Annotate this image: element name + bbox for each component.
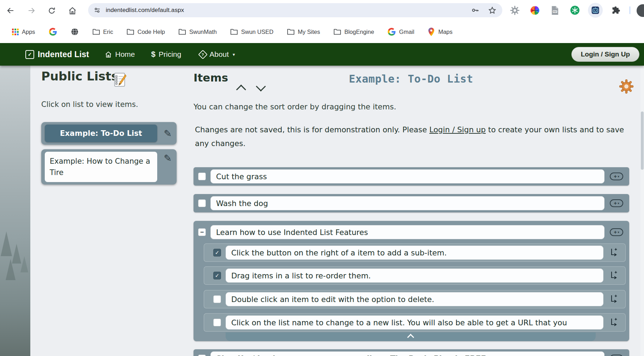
folder-icon (92, 28, 100, 35)
public-list-card: Example: To-Do List ✎ (41, 122, 177, 145)
item-text-input[interactable]: Cut the grass (210, 169, 605, 183)
add-subitem-pill-button[interactable]: +▾ (610, 355, 623, 356)
item-checkbox[interactable] (198, 199, 206, 207)
forward-button[interactable] (25, 5, 37, 17)
page-scrollbar[interactable] (640, 66, 644, 356)
bookmark-star-icon[interactable] (488, 6, 497, 15)
brand[interactable]: ✓ Indented List (25, 50, 89, 59)
bookmark-google[interactable] (44, 25, 62, 38)
bookmark-folder-swunmath[interactable]: SwunMath (173, 26, 222, 37)
add-nested-subitem-button[interactable] (608, 270, 619, 281)
svg-text:PDF: PDF (553, 10, 557, 12)
collapse-all-chevron-up-icon[interactable] (236, 85, 247, 92)
nav-link-pricing[interactable]: $ Pricing (151, 50, 181, 59)
add-subitem-pill-button[interactable]: +▾ (610, 173, 623, 180)
item-text-input[interactable]: Drag items in a list to re-order them. (226, 268, 603, 283)
item-text-input[interactable]: Wash the dog (210, 196, 605, 210)
list-button-todo[interactable]: Example: To-Do List (45, 125, 157, 142)
collapse-group-bar[interactable] (226, 332, 596, 341)
scrollbar-thumb[interactable] (641, 111, 644, 170)
public-lists-hint: Click on list to view items. (41, 100, 138, 109)
about-question-icon: ? (198, 50, 208, 59)
back-button[interactable] (5, 5, 17, 17)
add-subitem-pill-button[interactable]: +▾ (610, 199, 623, 207)
google-g-icon (49, 28, 57, 36)
collapse-minus-checkbox[interactable]: − (198, 228, 206, 236)
apps-grid-icon (12, 29, 19, 35)
bookmark-globe[interactable] (66, 25, 84, 38)
sub-item-arrow-plus-icon (609, 270, 619, 281)
folder-icon (127, 28, 134, 35)
add-nested-subitem-button[interactable] (608, 247, 619, 258)
google-g-icon (387, 28, 396, 36)
public-lists-title: Public Lists (41, 69, 118, 83)
bookmark-gmail[interactable]: Gmail (382, 25, 419, 38)
home-button[interactable] (66, 5, 78, 17)
public-list-card: Example: How to Change a Tire ✎ (41, 149, 177, 185)
expand-all-chevron-down-icon[interactable] (256, 85, 266, 92)
address-bar[interactable]: indentedlist.com/default.aspx (88, 3, 502, 17)
maps-pin-icon (428, 27, 435, 37)
page-background: Public Lists Click on list to view items… (0, 66, 644, 356)
memo-pencil-icon (113, 72, 128, 89)
sub-item-row: Double click an item to edit with the op… (204, 290, 626, 308)
nav-link-about[interactable]: ? About ▾ (200, 50, 235, 59)
folder-icon (287, 28, 295, 35)
item-checkbox-checked[interactable]: ✓ (213, 249, 221, 257)
item-checkbox[interactable] (198, 173, 206, 180)
item-text-input[interactable]: Click the button on the right of a item … (226, 246, 603, 260)
sub-item-row: Click on the list name to change to a ne… (204, 313, 626, 332)
bookmark-apps[interactable]: Apps (7, 26, 40, 37)
site-info-tune-icon[interactable] (94, 7, 101, 14)
password-key-icon[interactable] (471, 6, 479, 14)
reload-icon (48, 6, 56, 15)
forward-arrow-icon (27, 6, 36, 15)
folder-icon (333, 28, 341, 35)
bookmark-folder-swun-used[interactable]: Swun USED (225, 26, 278, 37)
folder-icon (230, 28, 238, 35)
login-signup-link[interactable]: Login / Sign up (429, 125, 486, 134)
reload-button[interactable] (46, 5, 58, 17)
profile-avatar[interactable] (637, 4, 644, 17)
folder-icon (178, 28, 186, 35)
demo-notice: Changes are not saved, this is for demon… (195, 123, 627, 150)
extension-robot-icon[interactable] (588, 3, 603, 18)
sub-item-row: ✓ Click the button on the right of a ite… (204, 243, 626, 262)
add-nested-subitem-button[interactable] (608, 317, 619, 328)
settings-gear-icon[interactable] (619, 79, 634, 95)
sub-item-arrow-plus-icon (609, 317, 619, 328)
bookmark-folder-my-sites[interactable]: My Sites (282, 26, 325, 37)
bookmark-folder-blogengine[interactable]: BlogEngine (329, 26, 379, 37)
sub-item-arrow-plus-icon (609, 294, 619, 304)
bookmark-maps[interactable]: Maps (423, 25, 457, 39)
item-text-input[interactable]: Double click an item to edit with the op… (226, 292, 603, 306)
login-signup-button[interactable]: Login / Sign Up (571, 47, 639, 62)
edit-pencil-icon[interactable]: ✎ (164, 128, 172, 139)
forest-tree-silhouette (20, 256, 28, 272)
item-text-input[interactable]: Sign Up / Login to create your own lists… (210, 351, 605, 356)
item-text-input[interactable]: Learn how to use Indented List Features (210, 225, 605, 239)
list-button-change-tire[interactable]: Example: How to Change a Tire (45, 152, 157, 182)
add-nested-subitem-button[interactable] (608, 294, 619, 304)
item-text-input[interactable]: Click on the list name to change to a ne… (226, 315, 603, 330)
add-subitem-pill-button[interactable]: +▾ (610, 228, 623, 236)
forest-tree-silhouette (6, 259, 16, 280)
globe-icon (70, 28, 79, 36)
extension-chatgpt-icon[interactable] (568, 0, 582, 20)
list-item-row: Sign Up / Login to create your own lists… (194, 349, 629, 356)
extension-pdf-icon[interactable]: PDF (548, 0, 562, 20)
edit-pencil-icon[interactable]: ✎ (164, 153, 172, 164)
home-icon (105, 51, 112, 58)
item-checkbox-checked[interactable]: ✓ (213, 272, 221, 279)
dollar-icon: $ (151, 50, 155, 59)
extension-gear-icon[interactable] (508, 0, 522, 20)
item-checkbox[interactable] (213, 319, 221, 326)
bookmark-folder-code-help[interactable]: Code Help (122, 26, 170, 37)
extensions-puzzle-icon[interactable] (608, 0, 622, 20)
bookmark-folder-eric[interactable]: Eric (87, 26, 118, 37)
browser-toolbar: indentedlist.com/default.aspx PDF (0, 0, 644, 20)
item-checkbox[interactable] (198, 355, 206, 356)
item-checkbox[interactable] (213, 295, 221, 303)
extension-pinwheel-icon[interactable] (528, 0, 542, 20)
nav-link-home[interactable]: Home (105, 50, 135, 59)
